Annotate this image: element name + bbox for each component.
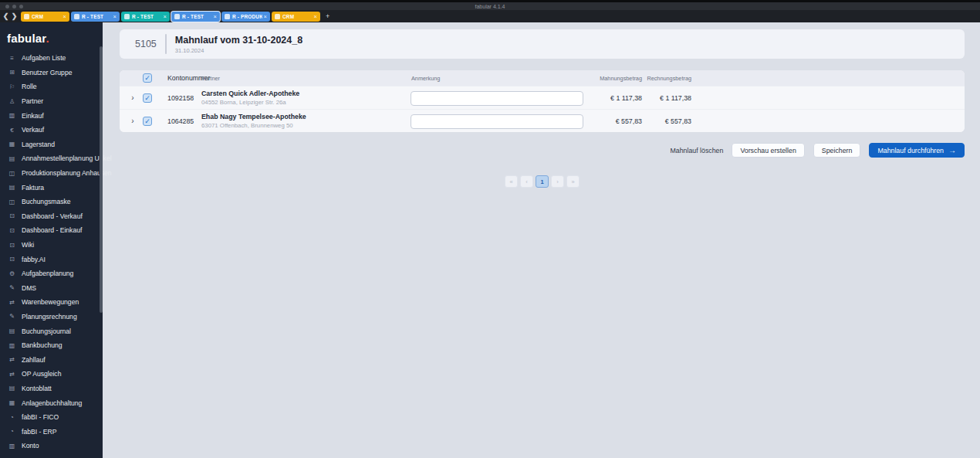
- tab-label: R - TEST: [182, 14, 212, 19]
- anmerkung-input[interactable]: [411, 114, 583, 129]
- sidebar-item[interactable]: ▤ Faktura: [0, 180, 103, 195]
- sidebar-item[interactable]: ▦ Lagerstand: [0, 137, 103, 152]
- close-window-icon[interactable]: [5, 5, 9, 8]
- sidebar-item[interactable]: ⊡ Wiki: [0, 238, 103, 253]
- window-titlebar: fabular 4.1.4: [0, 2, 980, 10]
- pagination-first-button[interactable]: «: [505, 175, 518, 188]
- sidebar-item[interactable]: ✎ Planungsrechnung: [0, 310, 103, 324]
- row-kontonummer: 1064285: [163, 117, 201, 125]
- sidebar-scrollbar[interactable]: [100, 46, 103, 313]
- row-expand-chevron-icon[interactable]: ›: [120, 93, 140, 102]
- sidebar-item[interactable]: ✎ DMS: [0, 281, 103, 296]
- sidebar-item-icon: ♙: [8, 98, 16, 105]
- sidebar-item[interactable]: ▤ Annahmestellenplanung Unkel: [0, 151, 103, 166]
- browser-tab[interactable]: R - PRODUKTIV ×: [221, 12, 270, 22]
- sidebar-item-label: fabby.AI: [22, 256, 46, 263]
- sidebar-item[interactable]: ⚙ Aufgabenplanung: [0, 266, 103, 281]
- sidebar-item[interactable]: ⊡ Dashboard - Einkauf: [0, 223, 103, 238]
- sidebar-item[interactable]: ◫ Produktionsplanung Anhausen: [0, 166, 103, 181]
- nav-forward-icon[interactable]: ❯: [10, 10, 19, 22]
- sidebar-item-label: Aufgaben Liste: [22, 54, 66, 62]
- sidebar-item-icon: ⊞: [8, 69, 16, 76]
- sidebar-item[interactable]: ⇄ Warenbewegungen: [0, 295, 103, 310]
- sidebar-item[interactable]: ◫ Buchungsmaske: [0, 195, 103, 209]
- sidebar-item-label: Zahllauf: [22, 356, 46, 364]
- tab-label: R - PRODUKTIV: [232, 14, 262, 19]
- sidebar-item[interactable]: ◔ fabBI - ERP: [0, 424, 103, 439]
- minimize-window-icon[interactable]: [12, 5, 16, 8]
- sidebar-item-label: fabBI - FICO: [22, 413, 59, 421]
- maximize-window-icon[interactable]: [19, 5, 23, 8]
- nav-back-icon[interactable]: ❮: [2, 10, 10, 22]
- sidebar-item[interactable]: ⇄ OP Ausgleich: [0, 367, 103, 382]
- window-title: fabular 4.1.4: [475, 4, 505, 9]
- browser-tab[interactable]: R - TEST ×: [171, 12, 220, 22]
- sidebar-item[interactable]: ▥ Konto: [0, 439, 103, 453]
- sidebar-item-label: Buchungsjournal: [22, 327, 71, 335]
- tab-favicon-icon: [74, 14, 79, 19]
- tab-bar: ❮ ❯ CRM × R - TEST × R - TEST: [0, 10, 980, 22]
- pagination-prev-button[interactable]: ‹: [520, 175, 533, 188]
- sidebar-item-label: Wiki: [22, 241, 34, 249]
- sidebar-item-label: Aufgabenplanung: [22, 270, 73, 277]
- traffic-lights[interactable]: [5, 5, 23, 8]
- sidebar-item[interactable]: ♙ Partner: [0, 94, 103, 109]
- tab-close-icon[interactable]: ×: [214, 13, 217, 20]
- row-expand-chevron-icon[interactable]: ›: [120, 117, 140, 125]
- page-date: 31.10.2024: [175, 47, 302, 54]
- title-block: Mahnlauf vom 31-10-2024_8 31.10.2024: [175, 35, 302, 54]
- browser-tab[interactable]: CRM ×: [272, 12, 320, 22]
- new-tab-button[interactable]: +: [326, 12, 329, 20]
- sidebar-item[interactable]: ▤ Buchungsjournal: [0, 324, 103, 338]
- sidebar-item-label: OP Ausgleich: [22, 370, 61, 378]
- sidebar-item-icon: €: [8, 127, 16, 134]
- tab-close-icon[interactable]: ×: [264, 13, 267, 20]
- tab-close-icon[interactable]: ×: [113, 13, 117, 20]
- sidebar-item[interactable]: ⊡ Dashboard - Verkauf: [0, 209, 103, 224]
- sidebar-item[interactable]: ⊞ Benutzer Gruppe: [0, 66, 103, 80]
- browser-tab[interactable]: R - TEST ×: [121, 12, 170, 22]
- sidebar-item[interactable]: ▥ Bankbuchung: [0, 338, 103, 353]
- pagination-page-1-button[interactable]: 1: [536, 175, 549, 188]
- row-mahnungsbetrag: € 557,83: [592, 117, 644, 125]
- tab-close-icon[interactable]: ×: [164, 13, 167, 20]
- tab-close-icon[interactable]: ×: [63, 13, 66, 20]
- sidebar-item[interactable]: ▥ Einkauf: [0, 108, 103, 123]
- sidebar-item-label: Kontoblatt: [22, 385, 52, 392]
- sidebar-item[interactable]: € Verkauf: [0, 123, 103, 137]
- sidebar-item-label: Annahmestellenplanung Unkel: [22, 154, 112, 162]
- header-divider: [165, 34, 167, 54]
- table-row: › ✓ 1064285 Ehab Nagy Tempelsee-Apotheke…: [120, 109, 965, 132]
- tab-label: CRM: [32, 14, 62, 19]
- browser-tab[interactable]: CRM ×: [21, 12, 69, 22]
- sidebar-item-icon: ▤: [8, 184, 16, 191]
- app-window: fabular 4.1.4 ❮ ❯ CRM × R - TEST ×: [0, 0, 980, 458]
- action-bar: Mahnlauf löschen Vorschau erstellen Spei…: [120, 143, 965, 158]
- create-preview-button[interactable]: Vorschau erstellen: [732, 143, 804, 158]
- sidebar-item[interactable]: ⇄ Zahllauf: [0, 352, 103, 367]
- sidebar-item[interactable]: ▦ Anlagenbuchhaltung: [0, 395, 103, 410]
- partner-address: 63071 Offenbach, Brunnenweg 50: [201, 122, 407, 129]
- pagination-last-button[interactable]: »: [566, 175, 580, 188]
- tab-favicon-icon: [24, 14, 29, 19]
- sidebar-item[interactable]: ⚐ Rolle: [0, 80, 103, 94]
- sidebar-item[interactable]: ▤ Kontoblatt: [0, 382, 103, 396]
- sidebar-item[interactable]: ⊡ fabby.AI: [0, 252, 103, 266]
- sidebar-item[interactable]: ≡ Aufgaben Liste: [0, 51, 103, 66]
- tab-close-icon[interactable]: ×: [314, 13, 317, 20]
- sidebar-item[interactable]: ◔ fabBI - FICO: [0, 410, 103, 425]
- row-checkbox[interactable]: ✓: [143, 117, 152, 126]
- sidebar-item-label: Bankbuchung: [22, 341, 63, 349]
- browser-tab[interactable]: R - TEST ×: [71, 12, 120, 22]
- table-header-row: ✓ Kontonummer Partner Anmerkung Mahnungs…: [120, 70, 965, 86]
- pagination-next-button[interactable]: ›: [551, 175, 564, 188]
- anmerkung-input[interactable]: [411, 91, 583, 106]
- sidebar-item-label: fabBI - ERP: [22, 428, 56, 436]
- delete-run-button[interactable]: Mahnlauf löschen: [670, 147, 723, 154]
- execute-run-button[interactable]: Mahnlauf durchführen →: [869, 143, 965, 158]
- row-checkbox[interactable]: ✓: [143, 93, 152, 103]
- select-all-checkbox[interactable]: ✓: [143, 73, 152, 83]
- logo-dot: .: [46, 32, 49, 45]
- save-button[interactable]: Speichern: [813, 143, 861, 158]
- sidebar-item-icon: ⇄: [8, 371, 16, 378]
